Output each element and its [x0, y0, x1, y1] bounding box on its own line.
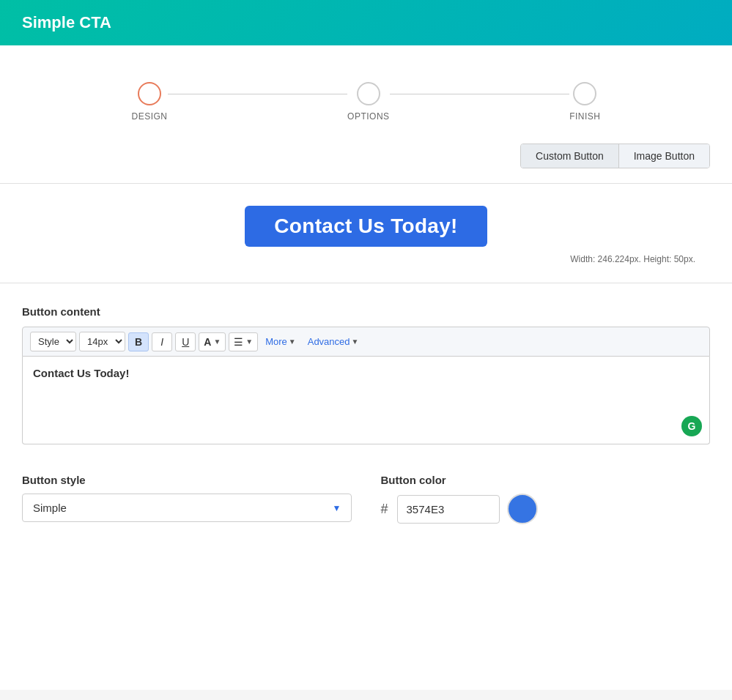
- stepper-track: DESIGN OPTIONS FINISH: [132, 82, 601, 122]
- rich-text-toolbar: Style 14px B I U A ▼ ☰: [22, 327, 710, 357]
- grammarly-icon: G: [681, 416, 702, 436]
- size-dropdown-wrapper: 14px: [79, 332, 125, 351]
- advanced-label: Advanced: [308, 336, 350, 347]
- step-options-label: OPTIONS: [347, 111, 390, 122]
- image-button-tab[interactable]: Image Button: [619, 144, 709, 168]
- stepper: DESIGN OPTIONS FINISH: [0, 45, 732, 144]
- step-design-circle: [138, 82, 161, 105]
- step-line-2: [390, 94, 570, 94]
- step-design[interactable]: DESIGN: [132, 82, 168, 122]
- align-arrow-icon: ▼: [245, 338, 253, 346]
- more-button[interactable]: More ▼: [261, 333, 300, 350]
- color-input-row: #: [381, 494, 711, 524]
- align-button[interactable]: ☰ ▼: [229, 332, 258, 351]
- step-finish[interactable]: FINISH: [569, 82, 600, 122]
- style-select[interactable]: Simple Rounded Pill: [22, 494, 352, 522]
- step-design-label: DESIGN: [132, 111, 168, 122]
- font-color-arrow-icon: ▼: [213, 338, 221, 346]
- cta-preview-button[interactable]: Contact Us Today!: [245, 206, 487, 247]
- style-dropdown[interactable]: Style: [30, 332, 76, 351]
- button-style-field: Button style Simple Rounded Pill ▼: [22, 474, 352, 524]
- button-type-row: Custom Button Image Button: [0, 144, 732, 183]
- advanced-arrow-icon: ▼: [352, 338, 359, 346]
- step-finish-circle: [573, 82, 596, 105]
- underline-button[interactable]: U: [175, 332, 196, 351]
- italic-button[interactable]: I: [152, 332, 172, 351]
- more-label: More: [265, 336, 287, 347]
- advanced-button[interactable]: Advanced ▼: [303, 333, 363, 350]
- header: Simple CTA: [0, 0, 732, 45]
- button-color-label: Button color: [381, 474, 711, 486]
- bold-button[interactable]: B: [128, 332, 149, 351]
- editor-section: Button content Style 14px B I U: [0, 283, 732, 459]
- preview-area: Contact Us Today! Width: 246.224px. Heig…: [0, 184, 732, 275]
- step-options-circle: [357, 82, 380, 105]
- button-style-label: Button style: [22, 474, 352, 486]
- style-dropdown-wrapper: Style: [30, 332, 76, 351]
- color-hex-input[interactable]: [397, 495, 500, 524]
- button-color-field: Button color #: [381, 474, 711, 524]
- button-type-group: Custom Button Image Button: [520, 144, 710, 168]
- bottom-fields: Button style Simple Rounded Pill ▼ Butto…: [0, 459, 732, 524]
- hash-symbol: #: [381, 502, 388, 517]
- size-dropdown[interactable]: 14px: [79, 332, 125, 351]
- step-options[interactable]: OPTIONS: [347, 82, 390, 122]
- more-arrow-icon: ▼: [289, 338, 296, 346]
- button-content-label: Button content: [22, 305, 710, 318]
- font-color-button[interactable]: A ▼: [199, 332, 226, 351]
- custom-button-tab[interactable]: Custom Button: [521, 144, 619, 168]
- main-content: DESIGN OPTIONS FINISH Custom Button Imag…: [0, 45, 732, 690]
- rich-text-content: Contact Us Today!: [33, 367, 129, 379]
- font-color-label: A: [204, 336, 211, 348]
- page-title: Simple CTA: [22, 13, 111, 31]
- style-select-wrapper: Simple Rounded Pill ▼: [22, 494, 352, 522]
- dimensions-text: Width: 246.224px. Height: 50px.: [570, 254, 717, 264]
- align-icon: ☰: [234, 336, 243, 348]
- step-line-1: [168, 94, 348, 94]
- color-swatch[interactable]: [507, 494, 538, 524]
- step-finish-label: FINISH: [569, 111, 600, 122]
- rich-text-content-area[interactable]: Contact Us Today! G: [22, 357, 710, 444]
